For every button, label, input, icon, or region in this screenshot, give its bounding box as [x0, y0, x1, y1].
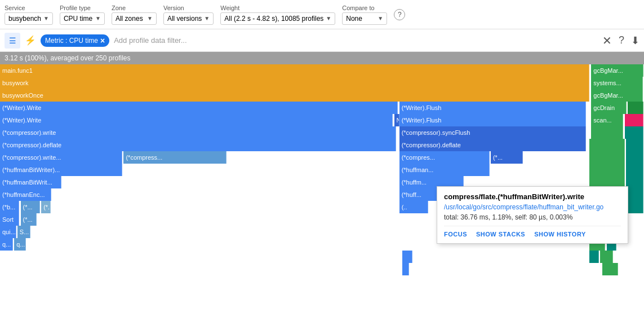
flame-block[interactable] — [628, 102, 643, 114]
flame-block[interactable] — [626, 151, 643, 164]
compare-arrow-icon: ▼ — [377, 15, 383, 21]
flame-block[interactable]: (*huffman... — [399, 164, 490, 176]
flame-block[interactable]: gcDrain — [591, 102, 627, 114]
flame-block[interactable]: (*compress... — [123, 151, 226, 164]
flame-block[interactable]: (*huffmanBitWrit... — [0, 176, 61, 188]
flame-block[interactable]: (*compressor).deflate — [399, 139, 586, 151]
version-dropdown-group: Version All versions ▼ — [163, 5, 214, 25]
stats-bar: 3.12 s (100%), averaged over 250 profile… — [0, 52, 644, 64]
flame-block[interactable]: busywork — [0, 77, 589, 89]
weight-label: Weight — [220, 5, 335, 11]
flame-block[interactable] — [589, 251, 599, 263]
flame-block[interactable] — [402, 263, 408, 275]
filter-placeholder[interactable]: Add profile data filter... — [114, 36, 598, 45]
flame-block[interactable] — [626, 201, 643, 213]
profile-type-arrow-icon: ▼ — [95, 15, 101, 21]
help-icon[interactable]: ? — [394, 9, 405, 20]
zone-value: All zones — [116, 15, 143, 23]
flame-row: (*compressor).deflate(*compressor).defla… — [0, 139, 644, 151]
flame-row: (*Writer).Write(*Writer).FlushgcDrain — [0, 102, 644, 114]
flame-block[interactable] — [626, 164, 643, 176]
flame-block[interactable]: (*huffmanBitWriter)... — [0, 164, 122, 176]
flame-block[interactable]: (*huffmanEnc... — [0, 188, 51, 201]
flame-block[interactable]: (*Writer).Write — [0, 102, 398, 114]
list-view-icon[interactable]: ☰ — [5, 33, 20, 49]
show-history-button[interactable]: SHOW HISTORY — [534, 231, 586, 238]
flame-block[interactable]: (*... — [21, 201, 40, 213]
flame-block[interactable]: (*Writer).Flush — [399, 102, 586, 114]
flame-block[interactable]: (*... — [491, 151, 523, 164]
weight-arrow-icon: ▼ — [326, 15, 331, 21]
focus-button[interactable]: FOCUS — [444, 231, 467, 238]
flame-block[interactable] — [626, 188, 643, 201]
flame-block[interactable]: N... — [394, 114, 399, 126]
flame-row: main.func1gcBgMar... — [0, 64, 644, 77]
flame-row — [0, 251, 644, 263]
flame-block[interactable]: (*compressor).deflate — [0, 139, 396, 151]
compare-dropdown[interactable]: None ▼ — [342, 12, 387, 25]
flame-block[interactable]: gcBgMar... — [591, 64, 643, 77]
profile-type-label: Profile type — [60, 5, 105, 11]
flame-block[interactable] — [626, 139, 643, 151]
service-dropdown[interactable]: busybench ▼ — [5, 12, 53, 25]
profile-type-dropdown-group: Profile type CPU time ▼ — [60, 5, 105, 25]
flame-row: busyworkOncegcBgMar... — [0, 89, 644, 102]
service-dropdown-group: Service busybench ▼ — [5, 5, 53, 25]
help-button[interactable]: ? — [619, 34, 624, 46]
flame-row: (*compressor).write...(*compress...(*com… — [0, 151, 644, 164]
flame-block[interactable]: (*Writer).Write — [0, 114, 393, 126]
flame-block[interactable] — [625, 114, 643, 126]
flame-row: (*compressor).write(*compressor).syncFlu… — [0, 126, 644, 139]
flame-block[interactable] — [591, 126, 623, 139]
filter-icon[interactable]: ⚡ — [25, 35, 36, 46]
flame-block[interactable]: gcBgMar... — [591, 89, 642, 102]
flame-block[interactable]: qui... — [0, 226, 16, 238]
flame-block[interactable]: main.func1 — [0, 64, 589, 77]
zone-arrow-icon: ▼ — [147, 15, 153, 21]
flame-block[interactable]: (*b... — [0, 201, 19, 213]
compare-value: None — [346, 15, 362, 23]
flame-block[interactable]: (*... — [41, 201, 51, 213]
filter-toolbar: ☰ ⚡ Metric : CPU time × Add profile data… — [0, 29, 644, 52]
version-dropdown[interactable]: All versions ▼ — [163, 12, 214, 25]
flame-block[interactable]: systems... — [591, 77, 642, 89]
metric-chip[interactable]: Metric : CPU time × — [41, 34, 109, 47]
show-stacks-button[interactable]: SHOW STACKS — [476, 231, 525, 238]
flame-block[interactable]: (*Writer).Flush — [399, 114, 586, 126]
flame-block[interactable]: (*compressor).syncFlush — [399, 126, 586, 139]
profile-type-value: CPU time — [64, 15, 92, 23]
zone-dropdown[interactable]: All zones ▼ — [112, 12, 157, 25]
flame-block[interactable] — [589, 164, 625, 176]
flame-block[interactable]: (*compressor).write — [0, 126, 396, 139]
flame-block[interactable] — [402, 251, 412, 263]
metric-chip-close-icon[interactable]: × — [100, 36, 105, 45]
download-button[interactable]: ⬇ — [631, 34, 639, 47]
flame-block[interactable]: (*compressor).write... — [0, 151, 122, 164]
flame-block[interactable] — [602, 263, 619, 275]
flame-block[interactable] — [589, 139, 625, 151]
flame-block[interactable]: (*... — [21, 213, 37, 226]
compare-label: Compare to — [342, 5, 387, 11]
weight-dropdown-group: Weight All (2.2 s - 4.82 s), 10085 profi… — [220, 5, 335, 25]
flame-row: (*Writer).WriteN...(*Writer).Flushscan..… — [0, 114, 644, 126]
flame-block[interactable]: (*compres... — [399, 151, 490, 164]
flame-row — [0, 263, 644, 275]
flame-block[interactable]: scan... — [591, 114, 623, 126]
version-value: All versions — [167, 15, 202, 23]
flame-block[interactable] — [626, 176, 643, 188]
tooltip: compress/flate.(*huffmanBitWriter).write… — [437, 186, 628, 244]
flame-block[interactable]: busyworkOnce — [0, 89, 589, 102]
close-button[interactable]: ✕ — [602, 34, 612, 47]
flame-block[interactable] — [589, 151, 625, 164]
profile-type-dropdown[interactable]: CPU time ▼ — [60, 12, 105, 25]
flame-block[interactable] — [625, 126, 643, 139]
compare-dropdown-group: Compare to None ▼ — [342, 5, 387, 25]
flame-block[interactable]: S... — [17, 226, 30, 238]
flame-block[interactable]: (.. — [399, 201, 428, 213]
flame-block[interactable]: q... — [14, 238, 26, 251]
flame-block[interactable]: Sort — [0, 213, 19, 226]
flame-block[interactable] — [600, 251, 613, 263]
flame-row: (*huffmanBitWriter)...(*huffman... — [0, 164, 644, 176]
flame-block[interactable]: q... — [0, 238, 13, 251]
weight-dropdown[interactable]: All (2.2 s - 4.82 s), 10085 profiles ▼ — [220, 12, 335, 25]
